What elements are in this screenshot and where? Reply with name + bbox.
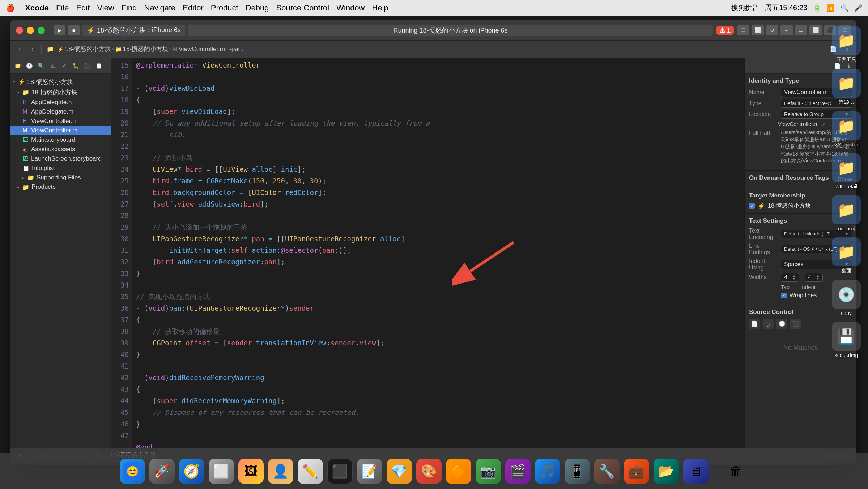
desktop-icon-dmg[interactable]: 💾 xco....dmg [832,322,861,358]
apple-menu[interactable]: 🍎 [6,4,15,12]
back-button[interactable]: ← [780,25,793,35]
nav-left-button[interactable]: ‹ [14,44,25,54]
breadcrumb-group[interactable]: 📁 18-愤怒的小方块 [115,45,169,53]
nav-item-infoplist[interactable]: 📋 Info.plist [10,163,111,173]
dock-icon-2[interactable]: 🎬 [505,459,531,484]
breadcrumb-file[interactable]: M ViewController.m [173,46,225,53]
code-editor[interactable]: 15 16 17 18 19 20 21 22 23 24 25 26 27 2… [111,58,744,448]
indent-width-stepper[interactable]: ▲▼ [816,274,820,281]
sc-diff-icon[interactable]: {} [763,319,774,329]
dock-icon-edit[interactable]: ✏️ [298,459,323,484]
nav-item-products[interactable]: ▸ 📁 Products [10,182,111,192]
nav-item-viewcontroller-m[interactable]: M ViewController.m [10,126,111,135]
nav-item-appdelegate-h[interactable]: H AppDelegate.h [10,98,111,107]
layout-2[interactable]: ⬜ [809,25,822,35]
dock-icon-3[interactable]: 🎵 [535,459,560,484]
nav-icon-1[interactable]: 📁 [44,44,56,54]
dock-icon-pixelmator[interactable]: 🎨 [416,459,442,484]
nav-item-group[interactable]: ▾ 📁 18-愤怒的小方块 [10,87,111,98]
breadcrumb-project[interactable]: ⚡ 18-愤怒的小方块 [58,45,111,53]
layout-1[interactable]: ▭ [795,25,807,35]
dock-icon-terminal[interactable]: ⬛ [327,459,353,484]
menu-search[interactable]: 🔍 [841,4,848,12]
close-button[interactable] [16,27,23,34]
dock-icon-1[interactable]: 📷 [476,459,501,484]
menu-help[interactable]: Help [372,3,388,13]
menu-navigate[interactable]: Navigate [144,3,176,13]
dock-icon-safari[interactable]: 🧭 [179,459,204,484]
code-line-40: } [136,349,744,360]
tab-width-stepper[interactable]: ▲▼ [792,274,796,281]
dock-icon-5[interactable]: 🔧 [594,459,620,484]
nav-folder-icon[interactable]: 📁 [13,61,22,71]
desktop-icon-folder-3[interactable]: 📁 XSI...aster [832,111,861,148]
dock-icon-6[interactable]: 💼 [624,459,649,484]
dock-icon-photos[interactable]: 🖼 [238,459,264,484]
wrap-checkbox[interactable]: ✓ [781,293,787,298]
input-method[interactable]: 搜狗拼音 [731,3,759,13]
menu-find[interactable]: Find [122,3,137,13]
nav-item-appdelegate-m[interactable]: M AppDelegate.m [10,107,111,116]
desktop-icon-folder-2[interactable]: 📁 第13… [832,69,861,106]
nav-search-icon[interactable]: 🔍 [36,61,46,71]
menu-siri[interactable]: 🎤 [854,4,862,12]
dock-icon-7[interactable]: 📂 [654,459,679,484]
error-badge[interactable]: ⚠ 1 [716,26,734,35]
dock-icon-finder[interactable]: 😊 [120,459,145,484]
menu-window[interactable]: Window [336,3,365,13]
desktop-icon-folder-5[interactable]: 📁 odeproj [832,195,861,231]
nav-item-main-storyboard[interactable]: 🖼 Main.storyboard [10,135,111,145]
menu-view[interactable]: View [97,3,114,13]
menu-product[interactable]: Product [211,3,238,13]
nav-item-project[interactable]: ▾ ⚡ 18-愤怒的小方块 [10,77,111,87]
dock-icon-contacts[interactable]: 👤 [268,459,293,484]
code-lines[interactable]: @implementation ViewController - (void)v… [132,58,744,448]
nav-item-assets[interactable]: ◈ Assets.xcassets [10,145,111,154]
menu-edit[interactable]: Edit [76,3,90,13]
dock-icon-4[interactable]: 📱 [565,459,590,484]
menu-editor[interactable]: Editor [183,3,203,13]
fullscreen-button[interactable] [38,27,45,34]
nav-version-icon[interactable]: 🕐 [25,61,34,71]
location-file-name: ViewController.m [778,121,819,127]
nav-item-viewcontroller-h[interactable]: H ViewController.h [10,116,111,126]
menu-source-control[interactable]: Source Control [276,3,329,13]
run-button[interactable]: ▶ [54,25,65,35]
nav-right-button[interactable]: › [27,44,38,54]
sc-file-icon[interactable]: 📄 [749,319,760,329]
dock-icon-launchpad[interactable]: 🚀 [149,459,175,484]
nav-item-launch-storyboard[interactable]: 🖼 LaunchScreen.storyboard [10,154,111,163]
stop-button[interactable]: ■ [68,25,80,35]
navigator-toggle[interactable]: ☰ [737,25,749,35]
menu-file[interactable]: File [56,3,69,13]
tab-width-field[interactable]: 4 ▲▼ [781,273,799,282]
nav-test-icon[interactable]: ✔ [59,61,69,71]
dock-icon-trash[interactable]: 🗑 [723,459,749,484]
indent-width-field[interactable]: 4 ▲▼ [805,273,823,282]
code-line-45: // Dispose of any resources that can be … [136,407,744,418]
desktop-icon-folder-6[interactable]: 📁 桌面 [832,237,861,274]
target-checkbox[interactable]: ✓ [749,203,755,209]
nav-log-icon[interactable]: 📋 [94,61,103,71]
nav-issue-icon[interactable]: ⚠ [48,61,57,71]
breadcrumb-symbol[interactable]: -pan: [229,46,243,53]
desktop-icon-folder-4[interactable]: 📁 ZJL...etail [832,153,861,190]
menu-debug[interactable]: Debug [246,3,269,13]
debug-toggle[interactable]: ⬜ [752,25,764,35]
dock-icon-mission-control[interactable]: ⬜ [209,459,234,484]
dock-icon-vlc[interactable]: 🔶 [446,459,471,484]
desktop-icon-hdd[interactable]: 💿 copy [832,280,861,316]
dock-icon-sketch[interactable]: 💎 [387,459,412,484]
refresh-button[interactable]: ↺ [766,25,778,35]
nav-item-supporting[interactable]: ▸ 📁 Supporting Files [10,173,111,182]
sc-history-icon[interactable]: 🕐 [776,319,787,329]
sc-blame-icon[interactable]: ⬛ [790,319,801,329]
nav-breakpoint-icon[interactable]: ⬛ [82,61,92,71]
dock-icon-8[interactable]: 🖥 [683,459,709,484]
scheme-selector[interactable]: ⚡ 18-愤怒的小方块 › iPhone 6s [82,25,185,36]
dock-icon-scripteditor[interactable]: 📝 [357,459,382,484]
minimize-button[interactable] [27,27,34,34]
nav-debug-icon[interactable]: 🐛 [71,61,80,71]
desktop-icon-folder-1[interactable]: 📁 开发工具 [832,26,861,63]
menu-xcode[interactable]: Xcode [25,3,49,13]
